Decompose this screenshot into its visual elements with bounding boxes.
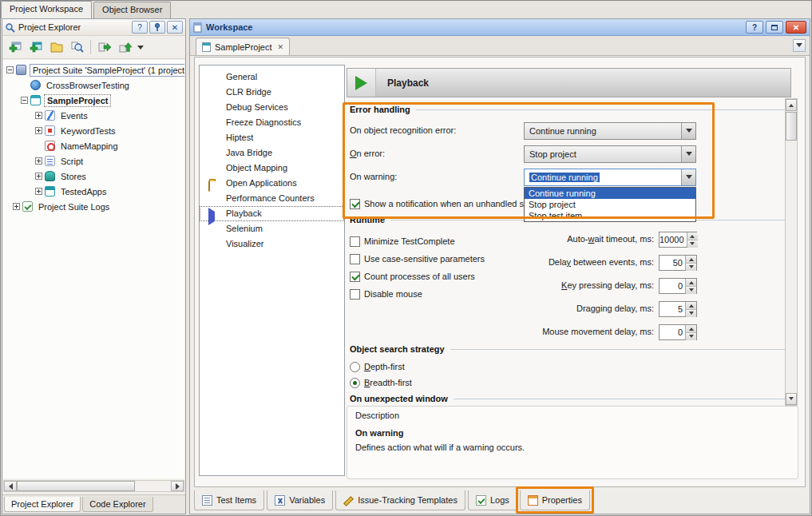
collapse-icon[interactable] <box>6 66 14 73</box>
checkbox[interactable] <box>350 289 360 300</box>
nav-item-debug-services[interactable]: Debug Services <box>200 100 344 115</box>
key-pressing-delay-spinner[interactable]: 0 <box>659 278 697 294</box>
import-project-button[interactable] <box>115 38 135 57</box>
tree-row[interactable]: NameMapping <box>3 138 184 153</box>
tab-project-workspace[interactable]: Project Workspace <box>1 1 92 18</box>
dropdown-option-stop-project[interactable]: Stop project <box>525 199 695 210</box>
tab-list-dropdown-button[interactable] <box>793 39 806 52</box>
nav-item-visualizer[interactable]: Visualizer <box>200 236 344 252</box>
expand-icon[interactable] <box>13 203 20 210</box>
spin-up-button[interactable] <box>686 302 696 310</box>
nav-item-playback[interactable]: Playback <box>200 206 344 221</box>
spinner-value[interactable]: 0 <box>660 325 685 339</box>
nav-item-hiptest[interactable]: Hiptest <box>200 130 344 145</box>
tab-variables[interactable]: Variables <box>267 490 333 510</box>
tree-item-label[interactable]: TestedApps <box>58 186 109 197</box>
tree-row-selected[interactable]: SampleProject <box>3 93 184 108</box>
tree-item-label[interactable]: Events <box>58 110 90 121</box>
nav-item-freeze-diagnostics[interactable]: Freeze Diagnostics <box>200 115 344 130</box>
export-project-button[interactable] <box>94 38 114 57</box>
tree-item-label[interactable]: Project Suite 'SampleProject' (1 project <box>30 64 184 77</box>
tree-item-label[interactable]: Stores <box>58 171 89 182</box>
tree-row[interactable]: CrossBrowserTesting <box>3 77 184 93</box>
close-button[interactable]: ✕ <box>786 21 806 34</box>
tree-item-label[interactable]: CrossBrowserTesting <box>44 80 132 91</box>
tab-code-explorer[interactable]: Code Explorer <box>82 497 152 512</box>
tab-sample-project[interactable]: SampleProject ✕ <box>196 38 290 55</box>
expand-icon[interactable] <box>35 188 42 195</box>
spinner-value[interactable]: 50 <box>660 256 685 270</box>
spinner-value[interactable]: 0 <box>660 279 685 293</box>
add-project-button[interactable] <box>26 38 46 57</box>
tab-logs[interactable]: Logs <box>468 490 517 510</box>
nav-item-java-bridge[interactable]: Java Bridge <box>200 145 344 161</box>
tab-issue-tracking-templates[interactable]: Issue-Tracking Templates <box>335 490 465 510</box>
checkbox[interactable] <box>350 254 360 264</box>
nav-item-performance-counters[interactable]: Performance Counters <box>200 191 344 206</box>
scroll-right-button[interactable] <box>171 481 184 491</box>
mouse-movement-delay-spinner[interactable]: 0 <box>659 324 697 340</box>
spin-down-button[interactable] <box>686 333 696 340</box>
tree-row[interactable]: Events <box>3 108 184 123</box>
depth-first-radio-row[interactable]: Depth-first <box>350 360 405 373</box>
spin-up-button[interactable] <box>686 325 696 333</box>
add-project-suite-button[interactable] <box>5 38 25 57</box>
scroll-up-button[interactable] <box>786 99 797 111</box>
spinner-value[interactable]: 10000 <box>660 232 687 247</box>
close-tab-icon[interactable]: ✕ <box>278 43 284 51</box>
nav-item-general[interactable]: General <box>200 69 344 85</box>
tree-item-label[interactable]: KeywordTests <box>58 125 117 137</box>
delay-between-events-spinner[interactable]: 50 <box>659 255 697 271</box>
open-file-button[interactable] <box>46 38 66 57</box>
case-sensitive-row[interactable]: Use case-sensitive parameters <box>350 252 485 265</box>
radio-button[interactable] <box>350 378 360 388</box>
tree-item-label[interactable]: SampleProject <box>44 94 111 107</box>
tree-row[interactable]: TestedApps <box>3 184 184 199</box>
help-button[interactable]: ? <box>132 21 148 34</box>
spin-down-button[interactable] <box>686 310 696 317</box>
tab-project-explorer[interactable]: Project Explorer <box>4 497 81 512</box>
combobox-dropdown-button[interactable] <box>681 123 695 139</box>
collapse-icon[interactable] <box>21 97 28 104</box>
nav-item-clr-bridge[interactable]: CLR Bridge <box>200 85 344 100</box>
vertical-scrollbar[interactable] <box>785 98 798 406</box>
expand-icon[interactable] <box>35 157 42 165</box>
tab-test-items[interactable]: Test Items <box>194 490 264 510</box>
dragging-delay-spinner[interactable]: 5 <box>659 301 697 317</box>
tree-item-label[interactable]: Project Suite Logs <box>36 201 112 212</box>
spin-up-button[interactable] <box>687 232 698 240</box>
scrollbar-thumb[interactable] <box>17 481 135 491</box>
combobox-dropdown-button[interactable] <box>681 146 695 162</box>
close-panel-button[interactable]: ✕ <box>167 21 183 34</box>
checkbox[interactable] <box>350 199 360 209</box>
document-tab-label[interactable]: SampleProject <box>215 42 272 52</box>
expand-icon[interactable] <box>35 112 42 119</box>
help-button[interactable]: ? <box>746 21 763 34</box>
toolbar-overflow-chevron-icon[interactable] <box>137 46 144 53</box>
spin-down-button[interactable] <box>687 240 698 248</box>
checkbox[interactable] <box>350 272 360 282</box>
tree-item-label[interactable]: Script <box>58 156 85 167</box>
notification-checkbox-row[interactable]: Show a notification when an unhandled sc <box>350 197 528 210</box>
pin-button[interactable] <box>149 21 165 34</box>
disable-mouse-row[interactable]: Disable mouse <box>350 288 422 300</box>
checkbox[interactable] <box>350 236 360 247</box>
tree-row[interactable]: Stores <box>3 169 184 184</box>
nav-item-object-mapping[interactable]: Object Mapping <box>200 161 344 176</box>
nav-item-selenium[interactable]: Selenium <box>200 221 344 236</box>
scrollbar-track[interactable] <box>135 481 171 491</box>
breadth-first-radio-row[interactable]: Breadth-first <box>350 376 412 389</box>
tree-row[interactable]: Project Suite Logs <box>3 199 184 214</box>
on-error-combobox[interactable]: Stop project <box>524 145 696 163</box>
minimize-testcomplete-row[interactable]: Minimize TestComplete <box>350 235 455 248</box>
on-object-recognition-error-combobox[interactable]: Continue running <box>524 122 696 140</box>
scrollbar-thumb[interactable] <box>786 112 797 141</box>
find-button[interactable] <box>67 38 87 57</box>
on-warning-combobox[interactable]: Continue running <box>524 169 696 186</box>
scroll-down-button[interactable] <box>786 393 797 405</box>
tree-item-label[interactable]: NameMapping <box>58 141 121 152</box>
expand-icon[interactable] <box>35 173 42 180</box>
spin-down-button[interactable] <box>686 264 696 271</box>
tab-properties[interactable]: Properties <box>520 490 590 510</box>
dropdown-option-continue-running[interactable]: Continue running <box>525 188 695 199</box>
